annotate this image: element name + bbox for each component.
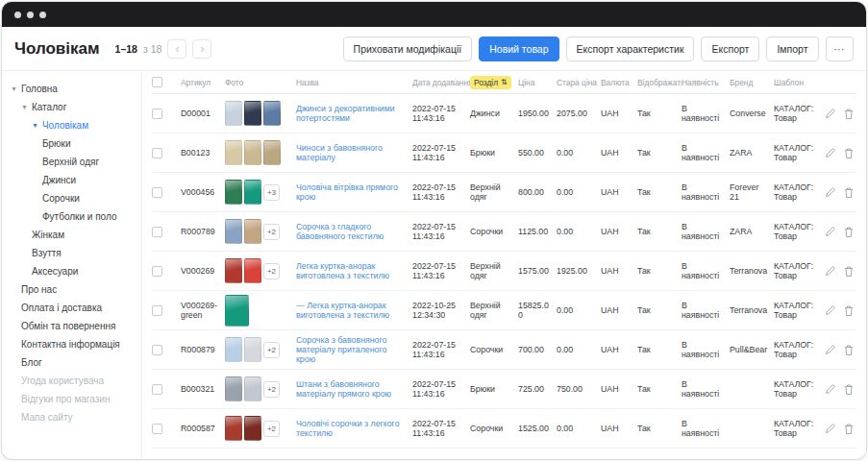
product-date-added: 2022-07-15 11:43:16 [412, 379, 470, 399]
sidebar-item-label: Каталог [32, 102, 66, 112]
row-checkbox[interactable] [152, 148, 162, 158]
chevron-down-icon: ▼ [32, 122, 38, 129]
product-currency: UAH [601, 148, 637, 158]
delete-icon[interactable] [843, 265, 855, 278]
product-display-flag: Так [637, 424, 682, 433]
product-name-link[interactable]: — Легка куртка-анорак виготовлена з текс… [296, 301, 412, 320]
delete-icon[interactable] [843, 186, 855, 199]
edit-icon[interactable] [825, 383, 836, 396]
row-checkbox[interactable] [152, 424, 162, 434]
sidebar-item[interactable]: ▼ Чоловікам [2, 116, 141, 134]
edit-icon[interactable] [825, 265, 836, 278]
more-photos-badge: +3 [263, 184, 280, 201]
product-photos: +2 [225, 416, 296, 441]
product-name-link[interactable]: Чиноси з бавовняного матеріалу [296, 143, 412, 162]
table-body: D00001 Джинси з декоративними потертостя… [152, 94, 856, 449]
product-section: Верхній одяг [470, 182, 518, 202]
more-photos-badge: +2 [263, 263, 280, 279]
sidebar: ▼ Головна ▼ Каталог ▼ Чоловікам Брюки Ве… [2, 71, 142, 459]
sidebar-item[interactable]: Оплата і доставка [2, 299, 141, 317]
sidebar-item[interactable]: Верхній одяг [2, 153, 141, 171]
delete-icon[interactable] [843, 344, 855, 356]
sidebar-item[interactable]: Футболки и поло [2, 207, 141, 226]
more-actions-button[interactable]: ⋯ [826, 36, 855, 61]
row-actions [824, 265, 856, 278]
product-name-link[interactable]: Легка куртка-анорак виготовлена з тексти… [296, 261, 412, 280]
sidebar-item[interactable]: Контактна інформація [2, 335, 141, 353]
sidebar-item-label: Джинси [42, 175, 76, 185]
sidebar-item[interactable]: Брюки [2, 134, 141, 153]
product-name-link[interactable]: Джинси з декоративними потертостями [296, 104, 412, 123]
new-product-button[interactable]: Новий товар [479, 36, 558, 61]
row-checkbox[interactable] [152, 187, 162, 198]
sidebar-item[interactable]: Джинси [2, 171, 141, 189]
sidebar-item[interactable]: Жінкам [2, 226, 141, 244]
product-photo [225, 376, 242, 401]
row-checkbox[interactable] [152, 109, 162, 119]
row-checkbox[interactable] [152, 384, 162, 395]
sidebar-item[interactable]: ▼ Головна [2, 80, 141, 98]
more-photos-badge: +2 [263, 224, 280, 240]
product-name-link[interactable]: Чоловіча вітрівка прямого крою [296, 182, 412, 202]
product-name-link[interactable]: Чоловічі сорочки з легкого текстилю [296, 419, 412, 438]
row-checkbox[interactable] [152, 227, 162, 237]
edit-icon[interactable] [825, 344, 836, 356]
product-name-link[interactable]: Сорочка з бавовняного матеріалу притален… [296, 335, 412, 364]
sidebar-item[interactable]: Блог [2, 353, 141, 372]
table-header-row: Артикул Фото Назва Дата додавання Розділ… [152, 71, 856, 94]
delete-icon[interactable] [843, 226, 855, 238]
product-photo [244, 180, 261, 205]
product-name-link[interactable]: Штани з бавовняного матеріалу прямого кр… [296, 379, 412, 399]
product-photos: +2 [225, 376, 296, 401]
product-template: КАТАЛОГ: Товар [774, 340, 824, 359]
edit-icon[interactable] [825, 304, 836, 317]
export-button[interactable]: Експорт [701, 36, 759, 61]
product-photo [244, 337, 261, 362]
row-checkbox[interactable] [152, 266, 162, 277]
sidebar-item[interactable]: Сорочки [2, 189, 141, 207]
hide-modifications-button[interactable]: Приховати модифікації [343, 36, 473, 61]
column-header-section[interactable]: Розділ ⇅ [470, 76, 518, 89]
edit-icon[interactable] [825, 186, 836, 199]
product-price: 1125.00 [518, 227, 557, 236]
product-date-added: 2022-07-15 11:43:16 [412, 340, 470, 359]
delete-icon[interactable] [843, 423, 855, 435]
sidebar-item[interactable]: Мапа сайту [2, 408, 141, 426]
product-old-price: 0.00 [557, 148, 601, 158]
sidebar-item[interactable]: Обмін та повернення [2, 317, 141, 335]
sidebar-item[interactable]: Аксесуари [2, 262, 141, 280]
pagination-prev-button[interactable]: ‹ [167, 39, 186, 59]
sidebar-item[interactable]: Відгуки про магазин [2, 390, 141, 408]
product-name-link[interactable]: Сорочка з гладкого бавовняного текстилю [296, 222, 412, 241]
select-all-checkbox[interactable] [152, 77, 162, 87]
pagination-range: 1–18 [115, 43, 137, 55]
page-title: Чоловікам [14, 39, 100, 59]
delete-icon[interactable] [843, 383, 855, 396]
row-checkbox[interactable] [152, 305, 162, 316]
delete-icon[interactable] [843, 108, 855, 120]
import-button[interactable]: Імпорт [766, 36, 818, 61]
edit-icon[interactable] [825, 108, 836, 120]
window-control-dot [14, 12, 21, 18]
product-old-price: 0.00 [557, 187, 601, 197]
row-checkbox[interactable] [152, 345, 162, 355]
sidebar-item[interactable]: ▼ Каталог [2, 98, 141, 116]
sidebar-item[interactable]: Угода користувача [2, 372, 141, 390]
edit-icon[interactable] [825, 147, 836, 159]
delete-icon[interactable] [843, 147, 855, 159]
export-characteristics-button[interactable]: Експорт характеристик [566, 36, 695, 61]
delete-icon[interactable] [843, 304, 855, 317]
row-actions [824, 383, 856, 396]
sidebar-item[interactable]: Взуття [2, 244, 141, 262]
sidebar-item[interactable]: Про нас [2, 280, 141, 299]
pagination-next-button[interactable]: › [192, 39, 211, 59]
edit-icon[interactable] [825, 423, 836, 435]
edit-icon[interactable] [825, 226, 836, 238]
product-photos [225, 295, 296, 327]
sidebar-item-label: Сорочки [42, 193, 80, 204]
product-old-price: 0.00 [557, 345, 601, 354]
sidebar-item-label: Угода користувача [21, 376, 104, 386]
column-header-date: Дата додавання [412, 78, 470, 87]
toolbar-actions: Приховати модифікації Новий товар Експор… [343, 36, 854, 61]
product-old-price: 750.00 [557, 384, 601, 394]
